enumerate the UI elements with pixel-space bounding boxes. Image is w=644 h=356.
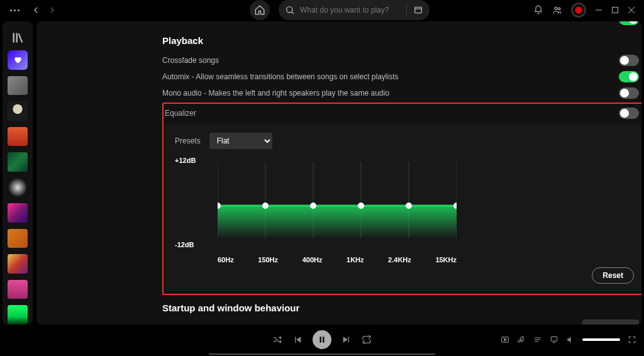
browse-icon[interactable] — [413, 5, 423, 15]
svg-point-21 — [406, 203, 412, 209]
freq-label: 60Hz — [218, 256, 234, 264]
playlist-thumb[interactable] — [8, 305, 28, 325]
title-bar — [0, 0, 644, 20]
shuffle-icon[interactable] — [272, 335, 282, 345]
volume-icon[interactable] — [566, 335, 575, 344]
svg-point-0 — [287, 7, 292, 13]
setting-mono: Mono audio - Makes the left and right sp… — [162, 85, 641, 101]
svg-point-19 — [310, 203, 316, 209]
crossfade-label: Crossfade songs — [162, 56, 219, 65]
setting-open-startup: Open Spotify automatically after you log… — [162, 320, 641, 325]
next-icon[interactable] — [341, 335, 352, 345]
svg-rect-30 — [551, 337, 557, 341]
equalizer-toggle[interactable] — [619, 108, 639, 119]
playlist-thumb[interactable] — [8, 127, 28, 147]
startup-heading: Startup and window behaviour — [162, 303, 641, 313]
equalizer-section: Equalizer Presets Flat +12dB -12dB — [162, 103, 641, 295]
freq-label: 1KHz — [347, 256, 364, 264]
setting-crossfade: Crossfade songs — [162, 52, 641, 69]
connect-device-icon[interactable] — [550, 335, 558, 344]
search-bar[interactable] — [279, 0, 430, 20]
playlist-thumb[interactable] — [8, 76, 28, 96]
automix-label: Automix - Allow seamless transitions bet… — [162, 72, 399, 81]
setting-automix: Automix - Allow seamless transitions bet… — [162, 69, 641, 85]
menu-dots-icon[interactable] — [10, 9, 19, 11]
svg-rect-6 — [613, 8, 618, 13]
previous-icon[interactable] — [292, 335, 303, 345]
svg-point-18 — [262, 203, 269, 209]
svg-point-3 — [555, 7, 557, 9]
prev-setting-toggle[interactable] — [619, 21, 639, 25]
progress-bar[interactable] — [209, 353, 435, 355]
playlist-thumb[interactable] — [8, 254, 28, 274]
freq-label: 400Hz — [303, 256, 323, 264]
window-maximize-icon[interactable] — [611, 6, 619, 14]
friends-icon[interactable] — [552, 5, 562, 15]
settings-panel: Playback Crossfade songs Automix - Allow… — [36, 21, 641, 325]
svg-point-4 — [558, 8, 560, 9]
playlist-thumb[interactable] — [8, 101, 28, 121]
playlist-thumb[interactable] — [8, 229, 28, 248]
svg-rect-24 — [323, 337, 324, 342]
library-icon[interactable] — [11, 31, 24, 44]
crossfade-toggle[interactable] — [619, 55, 639, 66]
db-top-label: +12dB — [175, 157, 196, 164]
presets-label: Presets — [175, 136, 201, 145]
library-sidebar — [3, 21, 33, 325]
home-button[interactable] — [250, 0, 270, 20]
svg-rect-2 — [415, 7, 422, 13]
svg-rect-23 — [320, 337, 321, 342]
freq-label: 150Hz — [258, 256, 278, 264]
queue-icon[interactable] — [533, 335, 542, 344]
playback-heading: Playback — [162, 35, 641, 46]
open-startup-select[interactable]: Minimized — [582, 320, 639, 325]
play-pause-button[interactable] — [313, 330, 331, 349]
playlist-thumb[interactable] — [8, 152, 28, 172]
playlist-thumb[interactable] — [8, 203, 28, 223]
now-playing-view-icon[interactable] — [501, 335, 509, 344]
repeat-icon[interactable] — [362, 335, 372, 345]
nav-back-icon[interactable] — [31, 5, 41, 15]
playlist-thumb[interactable] — [8, 280, 28, 299]
svg-line-1 — [292, 12, 294, 14]
avatar[interactable] — [571, 3, 586, 18]
db-bottom-label: -12dB — [175, 241, 194, 248]
svg-point-20 — [358, 203, 364, 209]
svg-rect-10 — [16, 33, 18, 43]
preset-select[interactable]: Flat — [209, 133, 272, 149]
fullscreen-icon[interactable] — [628, 335, 636, 344]
volume-slider[interactable] — [582, 338, 620, 341]
window-close-icon[interactable] — [628, 6, 635, 14]
freq-label: 15KHz — [435, 256, 457, 264]
reset-button[interactable]: Reset — [592, 267, 634, 284]
lyrics-icon[interactable] — [517, 335, 526, 344]
mono-toggle[interactable] — [619, 87, 639, 99]
svg-rect-9 — [13, 33, 15, 43]
playlist-thumb[interactable] — [8, 178, 28, 197]
freq-label: 2.4KHz — [388, 256, 411, 264]
equalizer-label: Equalizer — [165, 109, 196, 118]
automix-toggle[interactable] — [619, 71, 639, 82]
player-bar — [0, 325, 644, 355]
svg-marker-26 — [504, 338, 507, 341]
search-icon — [285, 5, 295, 15]
equalizer-chart[interactable]: +12dB -12dB 60Hz150Hz400Hz1KHz2.4KHz15KH… — [175, 157, 634, 264]
nav-forward-icon[interactable] — [47, 5, 57, 15]
equalizer-graph[interactable] — [218, 162, 457, 250]
search-input[interactable] — [300, 6, 401, 14]
mono-label: Mono audio - Makes the left and right sp… — [162, 89, 389, 97]
notifications-icon[interactable] — [533, 5, 543, 15]
window-minimize-icon[interactable] — [595, 6, 602, 14]
liked-songs[interactable] — [8, 50, 28, 70]
